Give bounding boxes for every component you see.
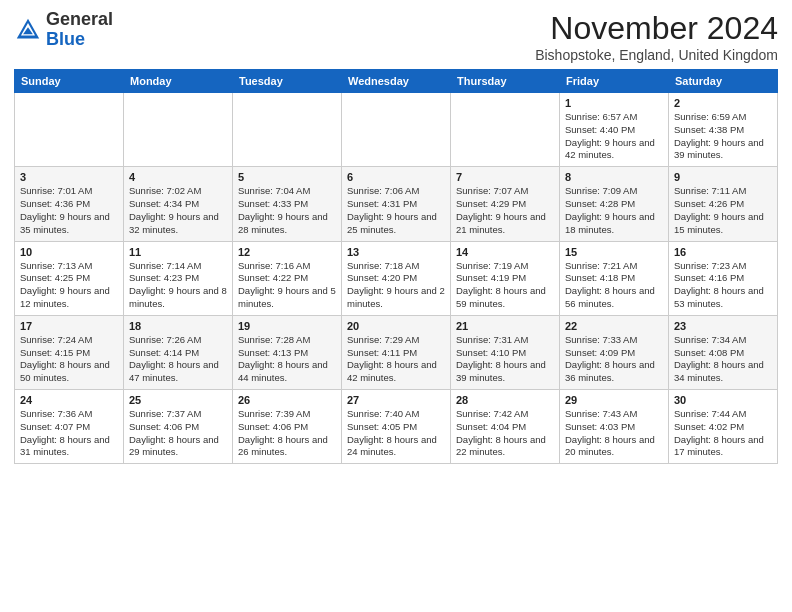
col-saturday: Saturday — [669, 70, 778, 93]
day-info: Sunrise: 7:13 AMSunset: 4:25 PMDaylight:… — [20, 260, 118, 311]
col-tuesday: Tuesday — [233, 70, 342, 93]
day-info: Sunrise: 7:43 AMSunset: 4:03 PMDaylight:… — [565, 408, 663, 459]
calendar-cell: 16Sunrise: 7:23 AMSunset: 4:16 PMDayligh… — [669, 241, 778, 315]
calendar-cell — [124, 93, 233, 167]
day-number: 18 — [129, 320, 227, 332]
calendar-cell: 2Sunrise: 6:59 AMSunset: 4:38 PMDaylight… — [669, 93, 778, 167]
calendar-cell: 7Sunrise: 7:07 AMSunset: 4:29 PMDaylight… — [451, 167, 560, 241]
logo-general: General — [46, 9, 113, 29]
day-info: Sunrise: 7:21 AMSunset: 4:18 PMDaylight:… — [565, 260, 663, 311]
day-number: 15 — [565, 246, 663, 258]
calendar-cell: 9Sunrise: 7:11 AMSunset: 4:26 PMDaylight… — [669, 167, 778, 241]
day-number: 7 — [456, 171, 554, 183]
day-number: 25 — [129, 394, 227, 406]
day-number: 11 — [129, 246, 227, 258]
logo-text: General Blue — [46, 10, 113, 50]
day-info: Sunrise: 7:36 AMSunset: 4:07 PMDaylight:… — [20, 408, 118, 459]
day-info: Sunrise: 7:18 AMSunset: 4:20 PMDaylight:… — [347, 260, 445, 311]
day-number: 20 — [347, 320, 445, 332]
day-number: 10 — [20, 246, 118, 258]
calendar-cell: 24Sunrise: 7:36 AMSunset: 4:07 PMDayligh… — [15, 390, 124, 464]
day-number: 30 — [674, 394, 772, 406]
day-number: 26 — [238, 394, 336, 406]
day-info: Sunrise: 7:11 AMSunset: 4:26 PMDaylight:… — [674, 185, 772, 236]
calendar-cell: 1Sunrise: 6:57 AMSunset: 4:40 PMDaylight… — [560, 93, 669, 167]
day-number: 23 — [674, 320, 772, 332]
day-number: 9 — [674, 171, 772, 183]
day-info: Sunrise: 7:16 AMSunset: 4:22 PMDaylight:… — [238, 260, 336, 311]
calendar-cell: 15Sunrise: 7:21 AMSunset: 4:18 PMDayligh… — [560, 241, 669, 315]
day-info: Sunrise: 7:02 AMSunset: 4:34 PMDaylight:… — [129, 185, 227, 236]
calendar-cell: 11Sunrise: 7:14 AMSunset: 4:23 PMDayligh… — [124, 241, 233, 315]
day-info: Sunrise: 7:44 AMSunset: 4:02 PMDaylight:… — [674, 408, 772, 459]
calendar-cell: 6Sunrise: 7:06 AMSunset: 4:31 PMDaylight… — [342, 167, 451, 241]
day-info: Sunrise: 7:33 AMSunset: 4:09 PMDaylight:… — [565, 334, 663, 385]
calendar-cell: 23Sunrise: 7:34 AMSunset: 4:08 PMDayligh… — [669, 315, 778, 389]
day-number: 14 — [456, 246, 554, 258]
day-number: 19 — [238, 320, 336, 332]
day-number: 24 — [20, 394, 118, 406]
calendar-week-1: 1Sunrise: 6:57 AMSunset: 4:40 PMDaylight… — [15, 93, 778, 167]
day-number: 2 — [674, 97, 772, 109]
day-number: 16 — [674, 246, 772, 258]
logo-icon — [14, 16, 42, 44]
day-info: Sunrise: 6:57 AMSunset: 4:40 PMDaylight:… — [565, 111, 663, 162]
day-number: 6 — [347, 171, 445, 183]
logo-blue: Blue — [46, 29, 85, 49]
calendar-cell: 26Sunrise: 7:39 AMSunset: 4:06 PMDayligh… — [233, 390, 342, 464]
calendar-cell: 4Sunrise: 7:02 AMSunset: 4:34 PMDaylight… — [124, 167, 233, 241]
calendar-cell: 18Sunrise: 7:26 AMSunset: 4:14 PMDayligh… — [124, 315, 233, 389]
calendar-cell — [15, 93, 124, 167]
calendar-cell: 3Sunrise: 7:01 AMSunset: 4:36 PMDaylight… — [15, 167, 124, 241]
day-info: Sunrise: 7:19 AMSunset: 4:19 PMDaylight:… — [456, 260, 554, 311]
calendar-cell: 10Sunrise: 7:13 AMSunset: 4:25 PMDayligh… — [15, 241, 124, 315]
calendar-cell: 8Sunrise: 7:09 AMSunset: 4:28 PMDaylight… — [560, 167, 669, 241]
day-info: Sunrise: 7:09 AMSunset: 4:28 PMDaylight:… — [565, 185, 663, 236]
calendar-cell: 28Sunrise: 7:42 AMSunset: 4:04 PMDayligh… — [451, 390, 560, 464]
day-number: 3 — [20, 171, 118, 183]
col-sunday: Sunday — [15, 70, 124, 93]
calendar-table: Sunday Monday Tuesday Wednesday Thursday… — [14, 69, 778, 464]
calendar-cell: 12Sunrise: 7:16 AMSunset: 4:22 PMDayligh… — [233, 241, 342, 315]
calendar-cell — [451, 93, 560, 167]
col-wednesday: Wednesday — [342, 70, 451, 93]
day-info: Sunrise: 7:29 AMSunset: 4:11 PMDaylight:… — [347, 334, 445, 385]
calendar-cell — [233, 93, 342, 167]
day-number: 5 — [238, 171, 336, 183]
col-monday: Monday — [124, 70, 233, 93]
col-friday: Friday — [560, 70, 669, 93]
day-info: Sunrise: 7:28 AMSunset: 4:13 PMDaylight:… — [238, 334, 336, 385]
day-number: 1 — [565, 97, 663, 109]
day-number: 4 — [129, 171, 227, 183]
day-info: Sunrise: 7:26 AMSunset: 4:14 PMDaylight:… — [129, 334, 227, 385]
calendar-cell: 22Sunrise: 7:33 AMSunset: 4:09 PMDayligh… — [560, 315, 669, 389]
day-number: 22 — [565, 320, 663, 332]
day-info: Sunrise: 7:42 AMSunset: 4:04 PMDaylight:… — [456, 408, 554, 459]
calendar-cell: 20Sunrise: 7:29 AMSunset: 4:11 PMDayligh… — [342, 315, 451, 389]
day-number: 21 — [456, 320, 554, 332]
logo: General Blue — [14, 10, 113, 50]
day-info: Sunrise: 7:07 AMSunset: 4:29 PMDaylight:… — [456, 185, 554, 236]
calendar-week-2: 3Sunrise: 7:01 AMSunset: 4:36 PMDaylight… — [15, 167, 778, 241]
page-container: General Blue November 2024 Bishopstoke, … — [0, 0, 792, 470]
day-info: Sunrise: 7:01 AMSunset: 4:36 PMDaylight:… — [20, 185, 118, 236]
month-title: November 2024 — [535, 10, 778, 47]
day-number: 29 — [565, 394, 663, 406]
day-number: 8 — [565, 171, 663, 183]
day-info: Sunrise: 7:40 AMSunset: 4:05 PMDaylight:… — [347, 408, 445, 459]
col-thursday: Thursday — [451, 70, 560, 93]
day-number: 13 — [347, 246, 445, 258]
day-info: Sunrise: 7:39 AMSunset: 4:06 PMDaylight:… — [238, 408, 336, 459]
day-info: Sunrise: 7:24 AMSunset: 4:15 PMDaylight:… — [20, 334, 118, 385]
calendar-cell: 30Sunrise: 7:44 AMSunset: 4:02 PMDayligh… — [669, 390, 778, 464]
calendar-cell: 21Sunrise: 7:31 AMSunset: 4:10 PMDayligh… — [451, 315, 560, 389]
calendar-cell: 17Sunrise: 7:24 AMSunset: 4:15 PMDayligh… — [15, 315, 124, 389]
calendar-cell: 5Sunrise: 7:04 AMSunset: 4:33 PMDaylight… — [233, 167, 342, 241]
day-info: Sunrise: 7:04 AMSunset: 4:33 PMDaylight:… — [238, 185, 336, 236]
day-number: 12 — [238, 246, 336, 258]
calendar-header-row: Sunday Monday Tuesday Wednesday Thursday… — [15, 70, 778, 93]
day-number: 17 — [20, 320, 118, 332]
title-block: November 2024 Bishopstoke, England, Unit… — [535, 10, 778, 63]
day-number: 28 — [456, 394, 554, 406]
calendar-cell: 27Sunrise: 7:40 AMSunset: 4:05 PMDayligh… — [342, 390, 451, 464]
